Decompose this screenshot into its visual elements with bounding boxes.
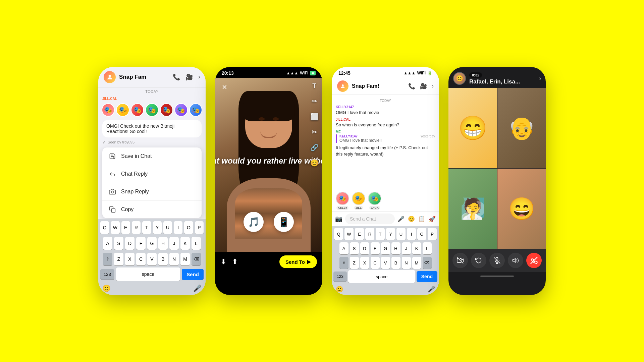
p3-key-v[interactable]: V (381, 257, 390, 269)
key-v[interactable]: V (147, 253, 157, 265)
key-i[interactable]: I (174, 221, 182, 234)
p3-key-g[interactable]: G (381, 242, 390, 254)
p3-video-icon[interactable]: 🎥 (420, 83, 427, 90)
p3-key-backspace[interactable]: ⌫ (423, 257, 432, 269)
key-l[interactable]: L (192, 237, 201, 250)
key-backspace[interactable]: ⌫ (192, 253, 201, 265)
key-r[interactable]: R (132, 221, 141, 234)
p3-mic-kb-icon[interactable]: 🎤 (428, 286, 435, 293)
key-c[interactable]: C (136, 253, 146, 265)
key-q[interactable]: Q (100, 221, 109, 234)
p4-end-call-btn[interactable] (526, 253, 542, 268)
key-e[interactable]: E (121, 221, 130, 234)
key-n[interactable]: N (169, 253, 179, 265)
menu-item-save-in-chat[interactable]: Save in Chat (102, 147, 202, 165)
p3-key-shift[interactable]: ⇧ (339, 257, 348, 269)
p3-key-a[interactable]: A (339, 242, 348, 254)
key-d[interactable]: D (125, 237, 135, 250)
p3-key-j[interactable]: J (402, 242, 411, 254)
p3-input-field[interactable]: Send a Chat (345, 214, 395, 224)
sticker-tool-icon[interactable]: ⬜ (310, 112, 319, 121)
menu-item-chat-reply[interactable]: Chat Reply (102, 165, 202, 183)
key-shift[interactable]: ⇧ (103, 253, 112, 265)
p3-key-q[interactable]: Q (334, 228, 343, 240)
key-h[interactable]: H (158, 237, 168, 250)
p3-key-e[interactable]: E (355, 228, 364, 240)
p3-key-123[interactable]: 123 (333, 272, 347, 282)
key-t[interactable]: T (142, 221, 151, 234)
key-send[interactable]: Send (182, 269, 204, 280)
key-space[interactable]: space (116, 267, 180, 281)
p3-key-y[interactable]: Y (386, 228, 395, 240)
p3-key-w[interactable]: W (344, 228, 354, 240)
p3-sticker-icon[interactable]: 📋 (418, 216, 425, 223)
scissors-tool-icon[interactable]: ✂ (310, 127, 319, 137)
key-a[interactable]: A (103, 237, 112, 250)
p3-key-r[interactable]: R (365, 228, 374, 240)
p3-cam-icon[interactable]: 📷 (335, 215, 342, 223)
key-y[interactable]: Y (153, 221, 162, 234)
p4-chevron-icon[interactable]: › (539, 75, 541, 82)
p3-key-d[interactable]: D (360, 242, 369, 254)
music-choice-icon[interactable]: 🎵 (244, 212, 264, 232)
p3-emoji-icon[interactable]: 😊 (408, 216, 415, 223)
key-g[interactable]: G (147, 237, 157, 250)
key-o[interactable]: O (184, 221, 193, 234)
p3-key-n[interactable]: N (402, 257, 411, 269)
p3-key-u[interactable]: U (396, 228, 406, 240)
key-z[interactable]: Z (114, 253, 123, 265)
phone-icon[interactable]: 📞 (173, 73, 180, 81)
p3-key-o[interactable]: O (417, 228, 426, 240)
p3-phone-icon[interactable]: 📞 (408, 83, 415, 90)
p2-send-btn[interactable]: Send To ▶ (279, 255, 317, 268)
p3-key-h[interactable]: H (391, 242, 400, 254)
key-j[interactable]: J (169, 237, 179, 250)
chevron-right-icon[interactable]: › (198, 73, 200, 81)
phone-choice-icon[interactable]: 📱 (274, 212, 294, 232)
p3-key-p[interactable]: P (428, 228, 437, 240)
p4-video-off-btn[interactable] (452, 253, 468, 268)
p3-emoji-kb-icon[interactable]: 🙂 (336, 286, 343, 293)
p3-key-space[interactable]: space (348, 270, 415, 283)
p3-key-l[interactable]: L (423, 242, 432, 254)
p3-key-k[interactable]: K (412, 242, 421, 254)
key-u[interactable]: U (163, 221, 172, 234)
key-w[interactable]: W (111, 221, 119, 234)
mic-icon[interactable]: 🎤 (193, 284, 202, 292)
p3-key-z[interactable]: Z (350, 257, 359, 269)
menu-item-copy[interactable]: Copy (102, 201, 202, 218)
p3-key-m[interactable]: M (412, 257, 421, 269)
text-tool-icon[interactable]: T (310, 81, 319, 90)
bitmoji-tool-icon[interactable]: 😊 (310, 158, 319, 168)
key-b[interactable]: B (158, 253, 168, 265)
emoji-icon[interactable]: 🙂 (102, 284, 111, 292)
key-m[interactable]: M (180, 253, 190, 265)
key-p[interactable]: P (195, 221, 204, 234)
p3-key-send[interactable]: Send (417, 271, 437, 282)
p4-rotate-btn[interactable] (471, 253, 486, 268)
p3-mic-icon[interactable]: 🎤 (397, 216, 405, 223)
p3-key-c[interactable]: C (371, 257, 380, 269)
p4-speaker-btn[interactable] (508, 253, 523, 268)
key-f[interactable]: F (136, 237, 146, 250)
p2-close-button[interactable]: ✕ (219, 82, 230, 93)
p3-attach-icon[interactable]: 🚀 (429, 216, 436, 223)
p3-key-f[interactable]: F (371, 242, 380, 254)
share-icon[interactable]: ⬆ (232, 257, 238, 266)
key-123[interactable]: 123 (100, 269, 114, 280)
p3-key-t[interactable]: T (376, 228, 385, 240)
p3-key-b[interactable]: B (391, 257, 400, 269)
link-tool-icon[interactable]: 🔗 (310, 143, 319, 152)
p4-mute-btn[interactable] (489, 253, 505, 268)
pen-tool-icon[interactable]: ✏ (310, 97, 319, 106)
download-icon[interactable]: ⬇ (220, 257, 226, 266)
p3-key-s[interactable]: S (350, 242, 359, 254)
p3-chevron-icon[interactable]: › (432, 83, 434, 90)
video-icon[interactable]: 🎥 (185, 73, 193, 81)
p3-key-x[interactable]: X (360, 257, 369, 269)
key-s[interactable]: S (114, 237, 123, 250)
p3-key-i[interactable]: I (407, 228, 416, 240)
key-k[interactable]: K (180, 237, 190, 250)
key-x[interactable]: X (125, 253, 135, 265)
menu-item-snap-reply[interactable]: Snap Reply (102, 183, 202, 201)
